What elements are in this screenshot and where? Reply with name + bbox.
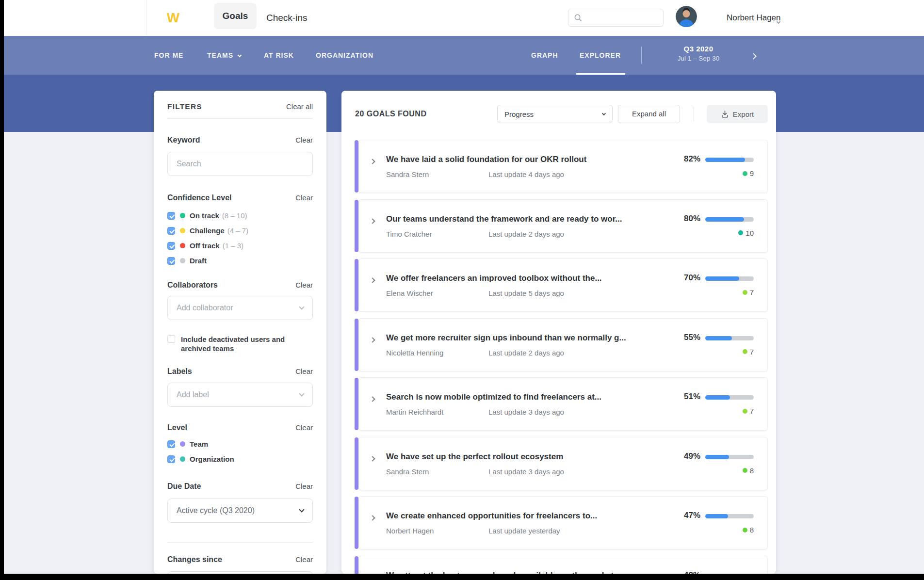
- goal-card[interactable]: We get more recruiter sign ups inbound t…: [358, 318, 768, 371]
- goal-card[interactable]: We offer freelancers an improved toolbox…: [358, 258, 768, 312]
- confidence-clear-button[interactable]: Clear: [295, 193, 313, 202]
- goal-last-update: Last update yesterday: [488, 527, 560, 535]
- goal-card[interactable]: Search is now mobile optimized to find f…: [358, 377, 768, 431]
- add-label-select[interactable]: Add label: [167, 383, 313, 407]
- status-dot-icon: [180, 258, 185, 263]
- add-collaborator-select[interactable]: Add collaborator: [167, 296, 313, 320]
- nav-teams[interactable]: TEAMS: [207, 36, 241, 75]
- goal-card[interactable]: We attract the best agency brands availa…: [358, 556, 768, 574]
- checkbox-checked-icon[interactable]: [167, 455, 175, 463]
- header-search-input[interactable]: [568, 9, 664, 27]
- chevron-down-icon: [602, 111, 606, 115]
- tab-check-ins[interactable]: Check-ins: [266, 0, 307, 36]
- changes-since-select[interactable]: [167, 571, 313, 574]
- status-dot-icon: [180, 441, 185, 447]
- filter-checkbox-row[interactable]: Challenge (4 – 7): [167, 226, 248, 236]
- confidence-dot-icon: [743, 171, 747, 176]
- nav-at-risk[interactable]: AT RISK: [264, 36, 294, 75]
- goal-last-update: Last update 4 days ago: [488, 170, 564, 178]
- goal-title: We get more recruiter sign ups inbound t…: [386, 333, 626, 343]
- goal-card[interactable]: We create enhanced opportunities for fre…: [358, 496, 768, 549]
- goal-last-update: Last update 3 days ago: [488, 408, 564, 416]
- goal-progress-fill: [705, 514, 728, 518]
- chevron-down-icon[interactable]: [777, 16, 780, 25]
- filter-option-label: Team: [190, 440, 208, 448]
- export-button[interactable]: Export: [707, 105, 768, 123]
- cycle-selector[interactable]: Q3 2020 Jul 1 – Sep 30: [670, 44, 727, 63]
- nav-view-graph[interactable]: GRAPH: [531, 36, 558, 75]
- sort-select[interactable]: Progress: [497, 105, 613, 123]
- checkbox-checked-icon[interactable]: [167, 227, 175, 235]
- goal-last-update: Last update 2 days ago: [488, 349, 564, 357]
- filter-option-label: On track: [190, 211, 219, 220]
- labels-clear-button[interactable]: Clear: [295, 367, 313, 375]
- chevron-right-icon[interactable]: [371, 275, 374, 284]
- download-icon: [721, 110, 729, 118]
- chevron-down-icon: [299, 507, 304, 512]
- goal-accent-bar: [355, 556, 358, 574]
- filter-checkbox-row[interactable]: On track (8 – 10): [167, 210, 247, 221]
- app-logo[interactable]: W: [160, 0, 187, 36]
- filter-checkbox-row[interactable]: Team: [167, 439, 208, 449]
- chevron-down-icon: [238, 53, 242, 57]
- keyword-search-input[interactable]: [167, 152, 313, 176]
- goal-progress-bar: [705, 395, 754, 400]
- goal-owner: Sandra Stern: [386, 467, 429, 476]
- include-deactivated-checkbox-row[interactable]: Include deactivated users and archived t…: [167, 335, 317, 353]
- goal-progress-percent: 49%: [684, 451, 700, 461]
- collaborators-label: Collaborators: [167, 281, 218, 290]
- level-clear-button[interactable]: Clear: [295, 423, 313, 432]
- goal-progress-fill: [705, 395, 730, 400]
- filter-option-range: (4 – 7): [227, 226, 248, 235]
- collaborators-clear-button[interactable]: Clear: [295, 281, 313, 289]
- keyword-clear-button[interactable]: Clear: [295, 136, 313, 144]
- goal-accent-bar: [355, 437, 358, 490]
- chevron-right-icon[interactable]: [371, 157, 374, 165]
- changes-since-label: Changes since: [167, 555, 222, 564]
- nav-view-explorer[interactable]: EXPLORER: [580, 36, 621, 75]
- checkbox-checked-icon[interactable]: [167, 440, 175, 448]
- filter-option-label: Draft: [190, 257, 207, 265]
- confidence-dot-icon: [743, 349, 747, 354]
- checkbox-checked-icon[interactable]: [167, 257, 175, 265]
- goal-owner: Norbert Hagen: [386, 527, 434, 535]
- chevron-right-icon[interactable]: [371, 216, 374, 225]
- due-date-select[interactable]: Active cycle (Q3 2020): [167, 499, 313, 523]
- goal-title: Search is now mobile optimized to find f…: [386, 392, 601, 402]
- goal-card[interactable]: We have set up the perfect rollout ecosy…: [358, 437, 768, 490]
- nav-organization[interactable]: ORGANIZATION: [316, 36, 373, 75]
- chevron-right-icon[interactable]: [371, 454, 374, 463]
- changes-since-clear-button[interactable]: Clear: [295, 555, 313, 564]
- goal-progress-percent: 55%: [684, 333, 700, 342]
- filter-checkbox-row[interactable]: Off track (1 – 3): [167, 241, 243, 251]
- checkbox-unchecked-icon[interactable]: [167, 335, 175, 343]
- user-avatar[interactable]: [676, 6, 697, 27]
- expand-all-button[interactable]: Expand all: [618, 105, 680, 123]
- chevron-right-icon[interactable]: [371, 335, 374, 344]
- goal-title: We have set up the perfect rollout ecosy…: [386, 452, 563, 462]
- due-date-clear-button[interactable]: Clear: [295, 482, 313, 490]
- goal-card[interactable]: Our teams understand the framework and a…: [358, 199, 768, 253]
- filter-checkbox-row[interactable]: Organization: [167, 454, 234, 464]
- filter-checkbox-row[interactable]: Draft: [167, 256, 207, 266]
- goal-title: We offer freelancers an improved toolbox…: [386, 274, 602, 283]
- tab-goals[interactable]: Goals: [214, 3, 257, 29]
- goal-confidence: 7: [743, 348, 754, 356]
- confidence-dot-icon: [743, 409, 747, 414]
- confidence-dot-icon: [743, 468, 747, 473]
- chevron-right-icon[interactable]: [751, 52, 756, 61]
- clear-all-button[interactable]: Clear all: [286, 102, 313, 111]
- goal-card[interactable]: We have laid a solid foundation for our …: [358, 140, 768, 193]
- chevron-right-icon[interactable]: [371, 513, 374, 522]
- user-name[interactable]: Norbert Hagen: [727, 0, 781, 36]
- goal-accent-bar: [355, 140, 358, 193]
- nav-for-me[interactable]: FOR ME: [154, 36, 183, 75]
- chevron-right-icon[interactable]: [371, 573, 374, 574]
- checkbox-checked-icon[interactable]: [167, 242, 175, 250]
- chevron-right-icon[interactable]: [371, 394, 374, 403]
- confidence-dot-icon: [743, 528, 747, 532]
- checkbox-checked-icon[interactable]: [167, 212, 175, 220]
- status-dot-icon: [180, 243, 185, 248]
- cycle-range: Jul 1 – Sep 30: [670, 54, 727, 63]
- labels-label: Labels: [167, 367, 192, 376]
